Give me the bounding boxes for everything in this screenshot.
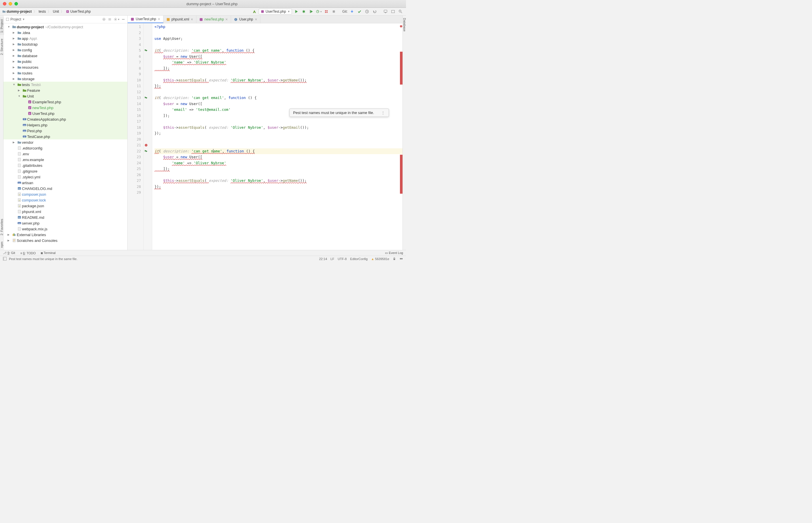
project-tree[interactable]: ▼dummy-project~/Code/dummy-project▶.idea… xyxy=(3,23,127,250)
tree-item[interactable]: CTestCase.php xyxy=(3,133,127,139)
stop-button[interactable] xyxy=(331,8,337,15)
git-commit[interactable]: ▲ 5639581e xyxy=(371,257,389,260)
memory-indicator[interactable] xyxy=(399,257,403,260)
tree-item[interactable]: ▶appApp\ xyxy=(3,36,127,41)
code-line[interactable] xyxy=(155,119,403,125)
code-line[interactable] xyxy=(155,30,403,36)
close-tab-icon[interactable]: ✕ xyxy=(225,18,228,21)
tree-item[interactable]: ▶database xyxy=(3,53,127,59)
tree-root[interactable]: ▼dummy-project~/Code/dummy-project xyxy=(3,24,127,30)
code-line[interactable]: ]); xyxy=(155,166,403,172)
cursor-position[interactable]: 22:14 xyxy=(319,257,327,260)
tree-item[interactable]: {}composer.json xyxy=(3,191,127,197)
tree-item[interactable]: ▶resources xyxy=(3,65,127,70)
tool-terminal[interactable]: ▣ Terminal xyxy=(41,251,55,255)
code-line[interactable]: $user = new User([ xyxy=(155,101,403,107)
tree-item[interactable]: MDCHANGELOG.md xyxy=(3,185,127,191)
tool-tab-database[interactable]: Database xyxy=(403,16,406,34)
breadcrumb[interactable]: dummy-project 〉 tests 〉 Unit 〉 PUserTest… xyxy=(2,9,91,14)
code-line[interactable]: <?php xyxy=(155,24,403,30)
run-button[interactable] xyxy=(293,8,299,15)
tree-item[interactable]: {}composer.lock xyxy=(3,197,127,203)
code-line[interactable] xyxy=(155,71,403,77)
code-line[interactable] xyxy=(155,137,403,143)
tool-tab-npm[interactable]: npm xyxy=(0,239,4,250)
tree-item[interactable]: ▶Feature xyxy=(3,88,127,93)
tree-item[interactable]: ▶config xyxy=(3,47,127,53)
presentation-mode-button[interactable] xyxy=(390,8,396,15)
tool-todo[interactable]: ≡ 6: TODO xyxy=(20,251,36,255)
code-line[interactable]: }); xyxy=(155,130,403,137)
file-encoding[interactable]: UTF-8 xyxy=(338,257,347,260)
tree-item[interactable]: PnewTest.php xyxy=(3,105,127,111)
tree-item[interactable]: .editorconfig xyxy=(3,145,127,151)
tooltip-more-icon[interactable]: ⋮ xyxy=(381,111,385,115)
tree-item[interactable]: ▶External Libraries xyxy=(3,232,127,237)
tree-item[interactable]: ▶routes xyxy=(3,70,127,76)
code-line[interactable]: ]); xyxy=(155,66,403,72)
tree-item[interactable]: ▶bootstrap xyxy=(3,41,127,47)
tool-tab-favorites[interactable]: 2: Favorites xyxy=(0,216,4,237)
editorconfig-indicator[interactable]: EditorConfig xyxy=(350,257,368,260)
line-separator[interactable]: LF xyxy=(331,257,334,260)
code-line[interactable]: it( description: 'can get email', functi… xyxy=(155,95,403,101)
code-line[interactable]: $this->assertEquals( expected: 'Oliver N… xyxy=(155,77,403,84)
code-line[interactable]: $this->assertEquals( expected: 'Oliver N… xyxy=(155,125,403,131)
tree-item[interactable]: .styleci.yml xyxy=(3,174,127,180)
tree-item[interactable]: PUserTest.php xyxy=(3,111,127,116)
editor-tab[interactable]: CUser.php✕ xyxy=(231,16,260,23)
code-line[interactable]: $this->assertEquals( expected: 'Oliver N… xyxy=(155,178,403,184)
code-line[interactable]: 'name' => 'Oliver Nybroe' xyxy=(155,160,403,166)
tool-tab-structure[interactable]: 2: Structure xyxy=(0,36,4,57)
build-icon[interactable] xyxy=(251,8,258,15)
tree-item[interactable]: PHPartisan xyxy=(3,180,127,185)
tree-item[interactable]: .gitattributes xyxy=(3,162,127,168)
settings-icon[interactable]: ▼ xyxy=(113,17,120,21)
run-configuration-select[interactable]: UserTest.php ▼ xyxy=(259,8,292,14)
code-line[interactable]: $user = new User([ xyxy=(155,54,403,60)
tree-item[interactable]: ▶storage xyxy=(3,76,127,82)
tree-item[interactable]: .env xyxy=(3,151,127,157)
code-line[interactable]: it( description: 'can get name', functio… xyxy=(155,148,403,155)
coverage-button[interactable] xyxy=(308,8,315,15)
ide-settings-button[interactable] xyxy=(382,8,389,15)
tree-item[interactable]: {}package.json xyxy=(3,203,127,209)
tree-item[interactable]: webpack.mix.js xyxy=(3,226,127,232)
vcs-rollback-button[interactable] xyxy=(371,8,378,15)
code-line[interactable] xyxy=(155,142,403,148)
vcs-commit-button[interactable] xyxy=(356,8,363,15)
tree-item[interactable]: PHPPest.php xyxy=(3,128,127,133)
code-line[interactable]: }); xyxy=(155,83,403,89)
debug-button[interactable] xyxy=(301,8,307,15)
profile-button[interactable]: ▼ xyxy=(316,8,322,15)
close-tab-icon[interactable]: ✕ xyxy=(191,18,193,21)
tree-item[interactable]: .gitignore xyxy=(3,168,127,174)
tree-item[interactable]: ▶Scratches and Consoles xyxy=(3,237,127,243)
tool-windows-icon[interactable] xyxy=(3,257,7,260)
select-opened-file-icon[interactable] xyxy=(102,17,106,21)
code-line[interactable] xyxy=(155,172,403,178)
tool-git[interactable]: ⎇ 9: 9: GitGit xyxy=(3,251,15,255)
hide-panel-icon[interactable] xyxy=(122,17,125,21)
code-line[interactable]: }); xyxy=(155,184,403,190)
close-tab-icon[interactable]: ✕ xyxy=(158,17,160,21)
code-line[interactable]: use App\User; xyxy=(155,36,403,42)
tree-item[interactable]: ▼testsTests\ xyxy=(3,82,127,88)
code-line[interactable] xyxy=(155,89,403,95)
project-panel-title[interactable]: Project ▼ xyxy=(6,17,25,21)
vcs-history-button[interactable] xyxy=(364,8,370,15)
window-close-button[interactable] xyxy=(3,2,6,5)
editor-tab[interactable]: phpunit.xml✕ xyxy=(163,16,196,23)
search-everywhere-button[interactable] xyxy=(398,8,404,15)
close-tab-icon[interactable]: ✕ xyxy=(255,18,257,21)
code-line[interactable]: it( description: 'can get name', functio… xyxy=(155,48,403,54)
event-log-button[interactable]: ▭ Event Log xyxy=(385,251,403,255)
lock-icon[interactable] xyxy=(393,257,396,260)
tree-item[interactable]: PHPserver.php xyxy=(3,220,127,226)
editor-tab[interactable]: UserTest.php✕ xyxy=(128,16,163,23)
code-line[interactable] xyxy=(155,190,403,196)
tree-item[interactable]: PHPHelpers.php xyxy=(3,122,127,128)
tool-tab-project[interactable]: 1: Project xyxy=(0,17,4,35)
tree-item[interactable]: .env.example xyxy=(3,157,127,162)
code-line[interactable]: $user = new User([ xyxy=(155,154,403,160)
